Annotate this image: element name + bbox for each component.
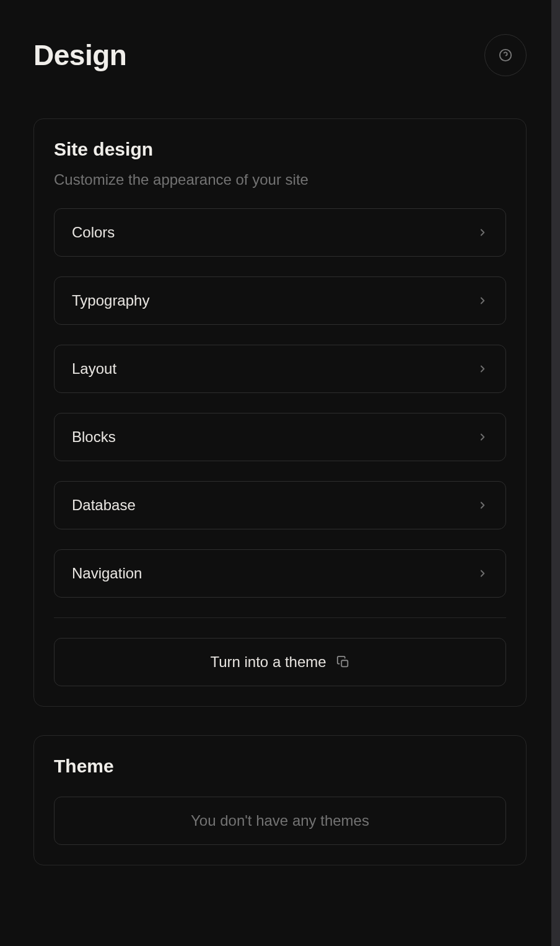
- chevron-right-icon: [477, 568, 488, 579]
- nav-item-label: Navigation: [72, 565, 142, 582]
- nav-item-colors[interactable]: Colors: [54, 208, 506, 257]
- nav-item-blocks[interactable]: Blocks: [54, 413, 506, 461]
- scrollbar-track[interactable]: [551, 0, 560, 946]
- nav-item-layout[interactable]: Layout: [54, 345, 506, 393]
- help-button[interactable]: [484, 34, 527, 76]
- chevron-right-icon: [477, 363, 488, 374]
- page-title: Design: [33, 38, 126, 72]
- theme-button-label: Turn into a theme: [210, 653, 326, 671]
- nav-item-navigation[interactable]: Navigation: [54, 549, 506, 598]
- nav-item-typography[interactable]: Typography: [54, 276, 506, 325]
- nav-item-database[interactable]: Database: [54, 481, 506, 529]
- site-design-subtitle: Customize the appearance of your site: [54, 171, 506, 188]
- site-design-title: Site design: [54, 139, 506, 160]
- chevron-right-icon: [477, 227, 488, 238]
- chevron-right-icon: [477, 431, 488, 443]
- copy-icon: [336, 655, 350, 669]
- svg-rect-2: [341, 660, 348, 666]
- nav-item-label: Layout: [72, 360, 116, 378]
- theme-title: Theme: [54, 756, 506, 777]
- page-header: Design: [33, 34, 527, 76]
- divider: [54, 617, 506, 618]
- nav-item-label: Blocks: [72, 428, 116, 446]
- theme-empty-state: You don't have any themes: [54, 797, 506, 845]
- turn-into-theme-button[interactable]: Turn into a theme: [54, 638, 506, 686]
- nav-item-label: Typography: [72, 292, 149, 309]
- chevron-right-icon: [477, 500, 488, 511]
- empty-state-text: You don't have any themes: [191, 812, 369, 829]
- site-design-panel: Site design Customize the appearance of …: [33, 118, 527, 707]
- help-icon: [499, 48, 512, 62]
- nav-item-label: Database: [72, 497, 136, 514]
- nav-item-label: Colors: [72, 224, 115, 241]
- theme-panel: Theme You don't have any themes: [33, 735, 527, 865]
- chevron-right-icon: [477, 295, 488, 306]
